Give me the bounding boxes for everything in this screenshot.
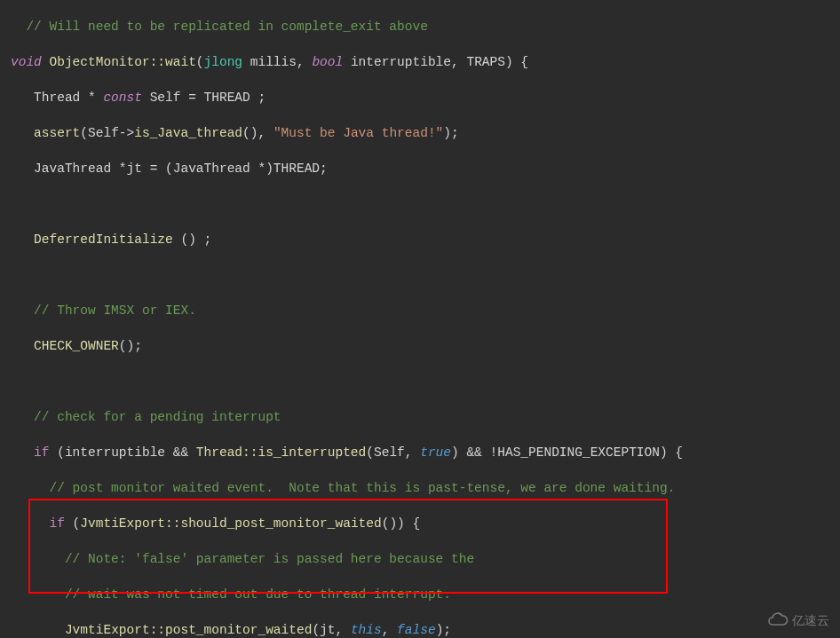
code-editor[interactable]: // Will need to be replicated in complet… (0, 0, 840, 638)
code-line: // Throw IMSX or IEX. (11, 302, 840, 319)
code-line (11, 266, 840, 284)
code-line (11, 195, 840, 213)
code-line: // post monitor waited event. Note that … (11, 479, 840, 497)
code-line: JvmtiExport::post_monitor_waited(jt, thi… (11, 621, 840, 638)
code-line: CHECK_OWNER(); (11, 337, 840, 355)
watermark-text: 亿速云 (792, 611, 829, 629)
code-line: DeferredInitialize () ; (11, 231, 840, 248)
code-line (11, 373, 840, 390)
code-line: // check for a pending interrupt (11, 408, 840, 426)
code-line: // wait was not timed out due to thread … (11, 586, 840, 603)
cloud-icon (767, 611, 788, 629)
code-line: if (JvmtiExport::should_post_monitor_wai… (11, 515, 840, 532)
code-line: Thread * const Self = THREAD ; (11, 89, 840, 106)
code-line: JavaThread *jt = (JavaThread *)THREAD; (11, 160, 840, 177)
code-line: assert(Self->is_Java_thread(), "Must be … (11, 124, 840, 142)
code-line: void ObjectMonitor::wait(jlong millis, b… (11, 53, 840, 71)
code-line: // Will need to be replicated in complet… (11, 18, 840, 35)
code-line: if (interruptible && Thread::is_interrup… (11, 444, 840, 461)
watermark: 亿速云 (767, 611, 829, 629)
code-line: // Note: 'false' parameter is passed her… (11, 550, 840, 568)
